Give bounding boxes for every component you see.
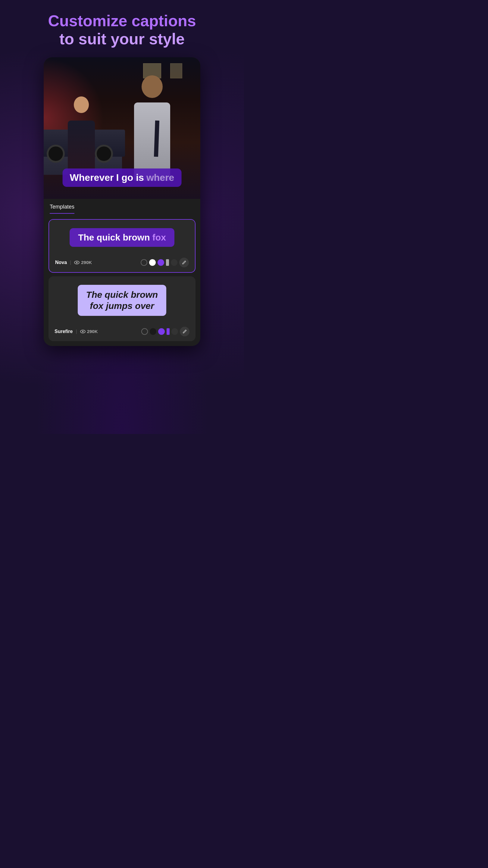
- surefire-eye-icon: [80, 330, 86, 333]
- surefire-footer: Surefire | 290K: [48, 323, 195, 341]
- templates-tab-label: Templates: [50, 204, 74, 214]
- surefire-swatch-purple[interactable]: [158, 328, 165, 335]
- app-container: Wherever I go is where Templates The qui…: [44, 57, 200, 346]
- nova-name-text: Nova: [55, 260, 67, 265]
- nova-swatch-bar[interactable]: [166, 259, 169, 266]
- surefire-divider: |: [76, 329, 77, 334]
- surefire-line2: fox jumps over: [90, 301, 154, 311]
- nova-swatch-dark[interactable]: [171, 259, 177, 266]
- surefire-edit-icon: [182, 329, 187, 334]
- nova-eye-icon: [74, 261, 79, 264]
- template-card-nova[interactable]: The quick brown fox Nova | 290K: [48, 219, 195, 273]
- surefire-swatch-dark[interactable]: [171, 328, 178, 335]
- template-cards-list: The quick brown fox Nova | 290K: [44, 214, 200, 346]
- surefire-caption-box: The quick brown fox jumps over: [78, 285, 166, 316]
- figure-man: [128, 75, 176, 181]
- nova-swatches: [141, 258, 189, 267]
- caption-word3: where: [147, 172, 174, 183]
- nova-plain-text: The quick brown: [78, 232, 153, 242]
- surefire-swatch-ghost[interactable]: [141, 328, 148, 335]
- nova-preview: The quick brown fox: [49, 220, 195, 254]
- nova-swatch-purple[interactable]: [158, 259, 164, 266]
- nova-footer: Nova | 290K: [49, 254, 195, 272]
- surefire-name: Surefire | 290K: [55, 329, 98, 334]
- nova-edit-button[interactable]: [179, 258, 189, 267]
- figure-woman: [62, 96, 101, 181]
- surefire-swatch-bar[interactable]: [167, 328, 170, 335]
- caption-word2: I go is: [116, 172, 144, 183]
- title-plain-2: to suit: [59, 30, 110, 48]
- template-card-surefire[interactable]: The quick brown fox jumps over Surefire …: [48, 276, 195, 341]
- figure-man-head: [141, 75, 163, 98]
- templates-tab[interactable]: Templates: [44, 199, 80, 214]
- nova-swatch-white[interactable]: [149, 259, 156, 266]
- video-preview: Wherever I go is where: [44, 57, 200, 199]
- nova-highlight-word: fox: [153, 232, 166, 242]
- caption-word1: Wherever: [70, 172, 114, 183]
- nova-divider: |: [70, 260, 71, 265]
- surefire-preview: The quick brown fox jumps over: [48, 276, 195, 323]
- figure-woman-head: [74, 96, 89, 113]
- title-plain-1: Customize: [48, 12, 131, 30]
- surefire-name-text: Surefire: [55, 329, 73, 334]
- nova-views: 290K: [74, 260, 92, 265]
- surefire-views: 290K: [80, 329, 98, 334]
- title-accent-2: your style: [110, 30, 185, 48]
- figure-man-tie: [154, 120, 159, 156]
- nova-edit-icon: [182, 260, 187, 265]
- nova-caption-box: The quick brown fox: [70, 228, 174, 247]
- page-title: Customize captions to suit your style: [36, 12, 208, 48]
- templates-section: Templates The quick brown fox Nova |: [44, 199, 200, 346]
- surefire-caption-text: The quick brown fox jumps over: [86, 289, 158, 312]
- title-accent-1: captions: [132, 12, 196, 30]
- surefire-edit-button[interactable]: [180, 327, 190, 336]
- surefire-swatch-black[interactable]: [150, 328, 156, 335]
- nova-name: Nova | 290K: [55, 260, 92, 265]
- nova-caption-text: The quick brown fox: [78, 232, 166, 243]
- surefire-swatches: [141, 327, 190, 336]
- surefire-views-count: 290K: [87, 329, 98, 334]
- nova-swatch-ghost[interactable]: [141, 259, 147, 266]
- surefire-line1: The quick brown: [86, 290, 158, 300]
- video-caption: Wherever I go is where: [63, 168, 182, 187]
- nova-views-count: 290K: [81, 260, 92, 265]
